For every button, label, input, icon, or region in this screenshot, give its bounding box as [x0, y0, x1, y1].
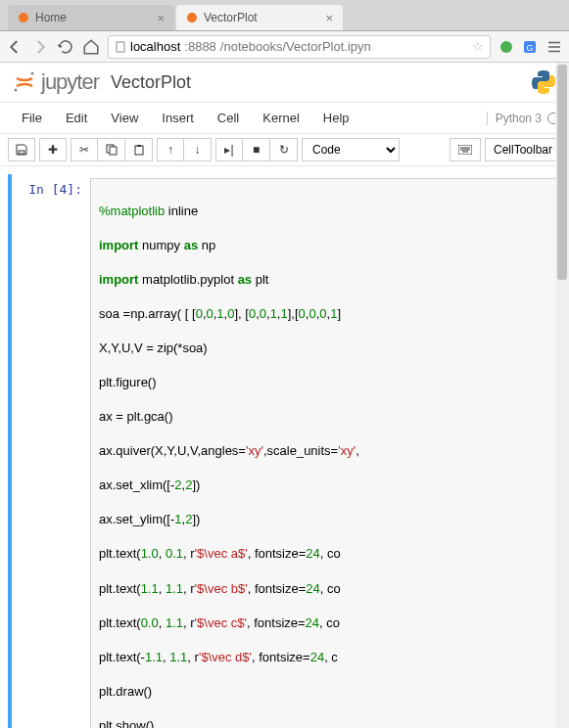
stop-icon: ■ — [253, 143, 260, 157]
kernel-indicator: Python 3 — [487, 112, 559, 125]
url-bar[interactable]: localhost:8888/notebooks/VectorPlot.ipyn… — [108, 35, 491, 59]
menu-view[interactable]: View — [99, 105, 150, 131]
scissors-icon: ✂ — [79, 143, 89, 157]
svg-rect-12 — [137, 145, 141, 147]
paste-icon — [133, 144, 145, 156]
svg-point-7 — [15, 89, 18, 92]
browser-tab-home[interactable]: Home × — [8, 5, 174, 30]
jupyter-tab-icon — [186, 12, 198, 23]
restart-button[interactable]: ↻ — [270, 138, 298, 161]
page-icon — [115, 41, 126, 53]
command-palette-button[interactable] — [450, 138, 481, 161]
jupyter-tab-icon — [18, 12, 29, 23]
restart-icon: ↻ — [279, 143, 289, 157]
jupyter-logo-icon — [12, 69, 37, 95]
arrow-down-icon: ↓ — [195, 143, 201, 157]
jupyter-header: jupyter VectorPlot — [0, 63, 569, 103]
cut-button[interactable]: ✂ — [71, 138, 98, 161]
cell-type-select[interactable]: Code — [302, 138, 400, 161]
svg-text:G: G — [526, 43, 533, 53]
save-icon — [16, 144, 27, 156]
keyboard-icon — [458, 145, 472, 155]
copy-button[interactable] — [98, 138, 125, 161]
svg-rect-11 — [135, 146, 143, 155]
vertical-scrollbar[interactable] — [555, 63, 569, 728]
step-forward-icon: ▸| — [224, 143, 233, 157]
forward-icon[interactable] — [31, 38, 49, 56]
notebook-container: In [4]: %matplotlib inline import numpy … — [0, 166, 569, 728]
svg-rect-10 — [110, 147, 117, 155]
tab-label: VectorPlot — [204, 11, 258, 24]
tab-close-icon[interactable]: × — [157, 11, 165, 25]
svg-point-1 — [187, 13, 197, 23]
tab-close-icon[interactable]: × — [325, 11, 333, 25]
menubar: File Edit View Insert Cell Kernel Help P… — [0, 103, 569, 134]
url-path: /notebooks/VectorPlot.ipyn — [220, 39, 371, 54]
url-host: localhost — [130, 39, 180, 54]
bookmark-star-icon[interactable]: ☆ — [472, 39, 484, 54]
python-logo-icon — [530, 68, 557, 96]
home-icon[interactable] — [82, 38, 100, 56]
menu-kernel[interactable]: Kernel — [251, 105, 311, 131]
copy-icon — [106, 144, 118, 156]
url-port: :8888 — [184, 39, 216, 54]
menu-insert[interactable]: Insert — [150, 105, 206, 131]
svg-rect-2 — [117, 42, 124, 52]
save-button[interactable] — [8, 138, 35, 161]
input-prompt: In [4]: — [18, 178, 90, 728]
code-editor[interactable]: %matplotlib inline import numpy as np im… — [90, 178, 569, 728]
svg-point-0 — [19, 13, 28, 23]
scrollbar-thumb[interactable] — [557, 65, 567, 280]
extension-icon-2[interactable]: G — [522, 39, 538, 55]
jupyter-logo[interactable]: jupyter — [12, 69, 99, 95]
reload-icon[interactable] — [57, 38, 74, 56]
back-icon[interactable] — [6, 38, 24, 56]
browser-tab-strip: Home × VectorPlot × — [0, 0, 569, 31]
browser-tab-vectorplot[interactable]: VectorPlot × — [176, 5, 343, 30]
menu-cell[interactable]: Cell — [206, 105, 251, 131]
menu-edit[interactable]: Edit — [54, 105, 99, 131]
code-cell[interactable]: In [4]: %matplotlib inline import numpy … — [8, 174, 569, 728]
move-up-button[interactable]: ↑ — [157, 138, 184, 161]
move-down-button[interactable]: ↓ — [184, 138, 212, 161]
notebook-name[interactable]: VectorPlot — [111, 72, 191, 93]
paste-button[interactable] — [125, 138, 153, 161]
menu-file[interactable]: File — [10, 105, 54, 131]
hamburger-menu-icon[interactable] — [545, 38, 563, 56]
toolbar: ✚ ✂ ↑ ↓ ▸| ■ ↻ Code CellToolbar — [0, 134, 569, 166]
jupyter-logo-text: jupyter — [41, 69, 99, 95]
tab-label: Home — [35, 11, 67, 24]
arrow-up-icon: ↑ — [167, 143, 173, 157]
add-cell-button[interactable]: ✚ — [39, 138, 67, 161]
extension-icon[interactable] — [498, 39, 514, 55]
plus-icon: ✚ — [48, 143, 58, 157]
svg-point-6 — [31, 72, 34, 75]
kernel-name: Python 3 — [496, 112, 542, 125]
run-button[interactable]: ▸| — [215, 138, 243, 161]
browser-toolbar: localhost:8888/notebooks/VectorPlot.ipyn… — [0, 31, 569, 63]
interrupt-button[interactable]: ■ — [243, 138, 270, 161]
cell-toolbar-button[interactable]: CellToolbar — [485, 138, 561, 161]
svg-point-3 — [500, 41, 512, 53]
svg-rect-8 — [19, 151, 24, 154]
menu-help[interactable]: Help — [311, 105, 361, 131]
